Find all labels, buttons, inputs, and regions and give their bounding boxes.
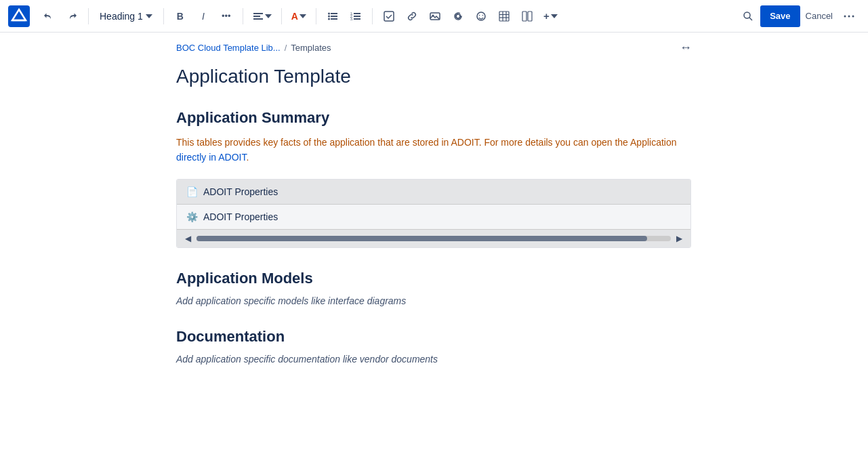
search-button[interactable] [737, 5, 759, 27]
svg-point-34 [848, 15, 850, 17]
section-models: Application Models Add application speci… [176, 270, 691, 306]
table-scrollbar-row: ◀ ▶ [177, 229, 690, 247]
svg-point-22 [479, 14, 480, 16]
breadcrumb-parent-link[interactable]: BOC Cloud Template Lib... [176, 43, 281, 53]
breadcrumb-bar: BOC Cloud Template Lib... / Templates ↔ [0, 33, 868, 60]
emoji-button[interactable] [470, 5, 492, 27]
svg-point-23 [482, 14, 484, 16]
save-button[interactable]: Save [760, 5, 800, 27]
align-button[interactable] [249, 5, 276, 27]
svg-rect-14 [354, 16, 360, 17]
svg-point-31 [744, 12, 750, 18]
numbered-list-button[interactable]: 1.2.3. [345, 5, 367, 27]
list-group: 1.2.3. [322, 5, 367, 27]
section-summary: Application Summary This tables provides… [176, 109, 691, 248]
section-documentation-heading: Documentation [176, 328, 691, 346]
doc-icon: 📄 [186, 186, 198, 197]
app-logo[interactable] [8, 5, 30, 27]
divider-6 [372, 8, 373, 24]
svg-rect-3 [253, 16, 260, 17]
svg-point-33 [844, 15, 846, 17]
svg-rect-2 [253, 13, 263, 14]
svg-rect-4 [253, 18, 263, 20]
svg-point-9 [328, 18, 330, 20]
image-button[interactable] [424, 5, 446, 27]
svg-point-5 [328, 12, 330, 14]
svg-rect-29 [522, 12, 526, 21]
breadcrumb: BOC Cloud Template Lib... / Templates [176, 43, 331, 53]
insert-group: + [378, 5, 562, 27]
bullet-list-button[interactable] [322, 5, 344, 27]
breadcrumb-separator: / [285, 43, 287, 53]
section-models-heading: Application Models [176, 270, 691, 287]
divider-1 [88, 8, 89, 24]
italic-button[interactable]: I [192, 5, 214, 27]
section-documentation: Documentation Add application specific d… [176, 328, 691, 365]
svg-rect-24 [499, 12, 509, 21]
section-summary-text: This tables provides key facts of the ap… [176, 135, 691, 165]
table-row-header: 📄 ADOIT Properties [177, 180, 690, 205]
scroll-left-button[interactable]: ◀ [182, 232, 194, 245]
svg-rect-10 [331, 18, 337, 20]
page-title[interactable]: Application Template [176, 66, 691, 87]
adoit-table-widget: 📄 ADOIT Properties ⚙️ ADOIT Properties ◀… [176, 179, 691, 248]
svg-rect-6 [331, 13, 337, 14]
svg-point-7 [328, 15, 330, 17]
divider-5 [316, 8, 316, 24]
section-models-text: Add application specific models like int… [176, 295, 691, 306]
heading-selector[interactable]: Heading 1 [94, 5, 158, 27]
section-summary-heading: Application Summary [176, 109, 691, 127]
more-options-button[interactable] [838, 5, 860, 27]
heading-label: Heading 1 [100, 11, 143, 22]
svg-line-32 [749, 18, 752, 20]
scrollbar-thumb [197, 236, 647, 241]
undo-button[interactable] [38, 5, 60, 27]
layout-button[interactable] [516, 5, 538, 27]
divider-2 [163, 8, 164, 24]
content-area: Application Template Application Summary… [0, 66, 867, 365]
link-button[interactable] [401, 5, 423, 27]
breadcrumb-current: Templates [291, 43, 331, 53]
svg-rect-12 [354, 13, 360, 14]
mention-button[interactable] [447, 5, 469, 27]
table-header-label: ADOIT Properties [203, 186, 278, 197]
section-documentation-text: Add application specific documentation l… [176, 354, 691, 365]
bold-button[interactable]: B [169, 5, 191, 27]
gear-icon: ⚙️ [186, 211, 198, 222]
scroll-right-button[interactable]: ▶ [674, 232, 685, 245]
expand-width-button[interactable]: ↔ [680, 41, 692, 55]
task-button[interactable] [378, 5, 400, 27]
svg-rect-17 [384, 12, 394, 21]
insert-more-button[interactable]: + [539, 5, 562, 27]
undo-redo-group [38, 5, 83, 27]
right-actions: Save Cancel [737, 5, 860, 27]
toolbar: Heading 1 B I ••• A 1.2.3. [0, 0, 868, 33]
table-row-data: ⚙️ ADOIT Properties [177, 205, 690, 229]
svg-point-35 [852, 15, 854, 17]
scrollbar-track[interactable] [197, 236, 671, 241]
text-format-group: B I ••• [169, 5, 237, 27]
svg-rect-30 [528, 12, 532, 21]
table-button[interactable] [493, 5, 515, 27]
color-button[interactable]: A [287, 5, 310, 27]
svg-rect-8 [331, 16, 337, 17]
cancel-button[interactable]: Cancel [802, 5, 837, 27]
adoit-link[interactable]: directly in ADOIT [176, 152, 246, 163]
table-data-label: ADOIT Properties [203, 211, 278, 222]
redo-button[interactable] [61, 5, 83, 27]
divider-4 [281, 8, 282, 24]
more-format-button[interactable]: ••• [215, 5, 237, 27]
svg-text:3.: 3. [350, 17, 353, 21]
divider-3 [243, 8, 243, 24]
svg-rect-16 [354, 18, 360, 20]
